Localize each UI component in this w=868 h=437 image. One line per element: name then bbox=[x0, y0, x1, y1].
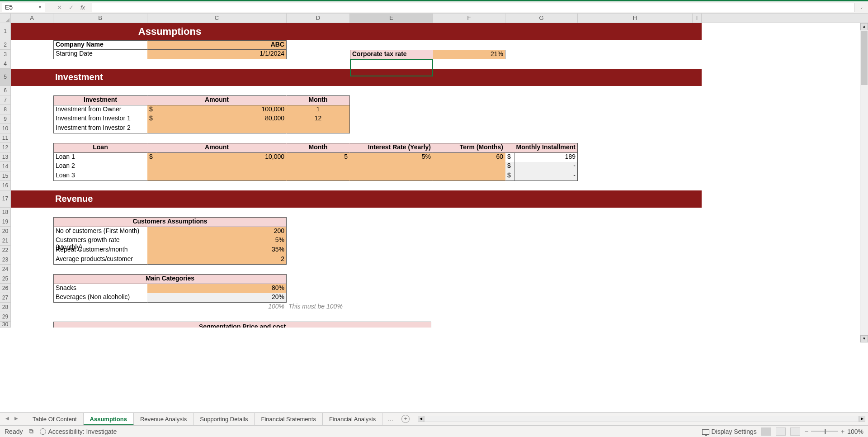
scroll-thumb[interactable] bbox=[861, 31, 868, 85]
zoom-out-button[interactable]: − bbox=[805, 428, 808, 435]
sheet-tab[interactable]: Financial Analysis bbox=[323, 413, 382, 425]
col-header[interactable]: E bbox=[350, 14, 433, 23]
more-tabs-icon[interactable]: … bbox=[382, 415, 398, 423]
col-header[interactable]: A bbox=[11, 14, 53, 23]
row-header[interactable]: 16 bbox=[0, 181, 11, 190]
view-pagebreak-button[interactable] bbox=[790, 428, 800, 436]
sheet-tab[interactable]: Supporting Details bbox=[193, 413, 255, 425]
display-settings-button[interactable]: Display Settings bbox=[711, 428, 756, 435]
row-header[interactable]: 9 bbox=[0, 114, 11, 124]
formula-expand-icon[interactable]: ⌄ bbox=[860, 5, 863, 10]
add-sheet-button[interactable]: + bbox=[401, 415, 410, 423]
value[interactable]: 35% bbox=[147, 246, 287, 255]
col-header[interactable]: G bbox=[505, 14, 578, 23]
row-header[interactable]: 17 bbox=[0, 190, 11, 208]
value[interactable]: 21% bbox=[433, 50, 505, 59]
value[interactable]: 1/1/2024 bbox=[147, 50, 287, 59]
value[interactable]: 80,000 bbox=[156, 114, 287, 124]
dropdown-icon[interactable]: ▼ bbox=[38, 5, 42, 10]
title-investment: Investment bbox=[53, 69, 147, 86]
row-header[interactable]: 15 bbox=[0, 171, 11, 181]
scroll-up-icon[interactable]: ▲ bbox=[860, 23, 868, 30]
row-header[interactable]: 29 bbox=[0, 312, 11, 322]
row-header[interactable]: 7 bbox=[0, 95, 11, 105]
scroll-right-icon[interactable]: ▶ bbox=[859, 416, 865, 422]
row-header[interactable]: 14 bbox=[0, 162, 11, 171]
row-header[interactable]: 1 bbox=[0, 23, 11, 40]
row-header[interactable]: 25 bbox=[0, 274, 11, 284]
column-headers: A B C D E F G H I bbox=[0, 14, 868, 23]
row-header[interactable]: 4 bbox=[0, 59, 11, 69]
sheet-tab[interactable]: Financial Statements bbox=[255, 413, 322, 425]
th: Segmentation Price and cost bbox=[53, 322, 431, 328]
row-header[interactable]: 26 bbox=[0, 284, 11, 293]
value[interactable]: 200 bbox=[147, 227, 287, 236]
select-all-corner[interactable] bbox=[0, 14, 11, 23]
view-normal-button[interactable] bbox=[761, 428, 771, 436]
col-header[interactable]: H bbox=[578, 14, 693, 23]
row-header[interactable]: 21 bbox=[0, 236, 11, 246]
label: Repeat Customers/month bbox=[53, 246, 147, 255]
row-header[interactable]: 10 bbox=[0, 124, 11, 133]
status-accessibility[interactable]: Accessibility: Investigate bbox=[48, 428, 117, 435]
col-header[interactable]: I bbox=[693, 14, 702, 23]
label: Loan 3 bbox=[53, 171, 147, 181]
value[interactable]: 5 bbox=[287, 152, 350, 162]
value[interactable]: 80% bbox=[147, 284, 287, 293]
value[interactable]: 5% bbox=[147, 236, 287, 246]
value[interactable]: 60 bbox=[433, 152, 505, 162]
row-header[interactable]: 23 bbox=[0, 255, 11, 265]
view-layout-button[interactable] bbox=[776, 428, 786, 436]
confirm-icon[interactable]: ✓ bbox=[66, 3, 75, 12]
row-header[interactable]: 11 bbox=[0, 133, 11, 143]
cancel-icon[interactable]: ✕ bbox=[55, 3, 64, 12]
value[interactable]: 5% bbox=[350, 152, 433, 162]
row-header[interactable]: 18 bbox=[0, 208, 11, 217]
col-header[interactable]: C bbox=[147, 14, 287, 23]
spreadsheet-grid[interactable]: 1 2 3 4 5 6 7 8 9 10 11 12 13 14 15 16 1… bbox=[0, 23, 868, 342]
vertical-scrollbar[interactable]: ▲ ▼ bbox=[860, 23, 868, 342]
zoom-slider[interactable] bbox=[811, 431, 838, 432]
sheet-tab[interactable]: Table Of Content bbox=[26, 413, 84, 425]
value[interactable]: 100,000 bbox=[156, 105, 287, 114]
row-header[interactable]: 30 bbox=[0, 322, 11, 328]
col-header[interactable]: F bbox=[433, 14, 505, 23]
zoom-in-button[interactable]: + bbox=[841, 428, 844, 435]
row-header[interactable]: 13 bbox=[0, 152, 11, 162]
zoom-level[interactable]: 100% bbox=[847, 428, 863, 435]
value[interactable]: 1 bbox=[287, 105, 350, 114]
col-header[interactable]: D bbox=[287, 14, 350, 23]
col-header[interactable]: B bbox=[53, 14, 147, 23]
sheet-tab[interactable]: Revenue Analysis bbox=[134, 413, 193, 425]
value[interactable]: 12 bbox=[287, 114, 350, 124]
row-header[interactable]: 28 bbox=[0, 303, 11, 312]
value[interactable]: 2 bbox=[147, 255, 287, 265]
row-header[interactable]: 24 bbox=[0, 265, 11, 274]
value[interactable]: 10,000 bbox=[156, 152, 287, 162]
row-header[interactable]: 8 bbox=[0, 105, 11, 114]
value[interactable]: 20% bbox=[147, 293, 287, 303]
scroll-left-icon[interactable]: ◀ bbox=[418, 416, 424, 422]
formula-input[interactable] bbox=[92, 3, 854, 12]
row-header[interactable]: 5 bbox=[0, 69, 11, 86]
row-header[interactable]: 19 bbox=[0, 217, 11, 227]
zoom-control[interactable]: − + 100% bbox=[805, 428, 863, 435]
row-header[interactable]: 3 bbox=[0, 50, 11, 59]
row-header[interactable]: 22 bbox=[0, 246, 11, 255]
row-header[interactable]: 27 bbox=[0, 293, 11, 303]
row-header[interactable]: 2 bbox=[0, 40, 11, 50]
row-header[interactable]: 12 bbox=[0, 143, 11, 152]
scroll-track[interactable] bbox=[424, 416, 859, 422]
accessibility-icon bbox=[40, 428, 46, 435]
tab-nav-next-icon[interactable]: ▶ bbox=[13, 416, 19, 422]
row-header[interactable]: 6 bbox=[0, 86, 11, 95]
row-header[interactable]: 20 bbox=[0, 227, 11, 236]
sheet-tab[interactable]: Assumptions bbox=[84, 413, 134, 425]
value: - bbox=[514, 171, 578, 181]
name-box[interactable]: E5▼ bbox=[2, 3, 45, 12]
value[interactable]: ABC bbox=[147, 40, 287, 50]
horizontal-scrollbar[interactable]: ◀ ▶ bbox=[418, 415, 865, 423]
scroll-down-icon[interactable]: ▼ bbox=[860, 335, 868, 342]
tab-nav-prev-icon[interactable]: ◀ bbox=[4, 416, 10, 422]
fx-icon[interactable]: fx bbox=[78, 3, 87, 12]
